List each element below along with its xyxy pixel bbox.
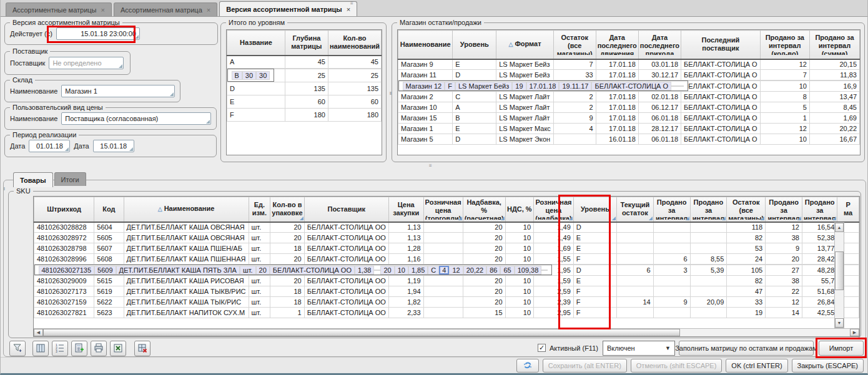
table-row[interactable]: Магазин 9ELS Маркет Бейз717.01.1803.01.1… — [398, 59, 860, 70]
table-cell[interactable] — [690, 276, 727, 286]
table-cell[interactable]: D — [453, 134, 496, 145]
table-cell[interactable]: A — [453, 102, 496, 113]
table-cell[interactable]: 20 — [463, 297, 505, 308]
table-cell[interactable]: БЕЛЛАКТ-СТОЛИЦА ОО — [304, 222, 388, 233]
table-cell[interactable]: 51,68 — [802, 286, 837, 297]
table-cell[interactable]: 20 — [463, 243, 505, 254]
table-cell[interactable]: 9 — [653, 297, 690, 308]
table-row[interactable]: 48102630271595622ДЕТ.ПИТ.БЕЛЛАКТ КАША ТЫ… — [34, 297, 859, 308]
table-cell[interactable]: 30 — [242, 71, 256, 80]
column-header[interactable]: Розничная цена (торговли) — [423, 197, 463, 222]
table-cell[interactable]: Магазин 15 — [398, 113, 453, 124]
table-cell[interactable]: 4810263029009 — [34, 276, 94, 286]
table-cell[interactable]: A — [227, 56, 285, 69]
table-cell[interactable]: 3 — [653, 265, 690, 276]
table-cell[interactable]: 1 — [270, 308, 304, 318]
table-cell[interactable]: 15 — [463, 308, 505, 318]
table-cell[interactable] — [423, 254, 463, 265]
table-cell[interactable]: 19 — [512, 82, 526, 90]
table-cell[interactable]: 10 — [505, 233, 533, 243]
table-cell[interactable]: БЕЛЛАКТ-СТОЛИЦА О — [681, 81, 761, 92]
table-cell[interactable]: 6 — [653, 254, 690, 265]
table-cell[interactable]: 8 — [760, 92, 809, 102]
table-row[interactable]: 48102630289965608ДЕТ.ПИТ.БЕЛЛАКТ КАША ПШ… — [34, 254, 859, 265]
table-cell[interactable]: LS Маркет Макс — [496, 124, 554, 134]
column-header[interactable]: Продано за интервал — [802, 197, 837, 222]
table-cell[interactable]: 48,28 — [802, 265, 837, 276]
table-cell[interactable]: 20 — [463, 222, 505, 233]
table-cell[interactable]: 1,85 — [408, 266, 428, 275]
table-cell[interactable]: БЕЛЛАКТ-СТОЛИЦА ОО — [304, 286, 388, 297]
table-cell[interactable]: 30 — [256, 71, 270, 80]
table-cell[interactable]: 2,59 — [534, 286, 574, 297]
table-cell[interactable] — [653, 286, 690, 297]
table-cell[interactable]: 28,42 — [802, 254, 837, 265]
table-cell[interactable]: БЕЛЛАКТ-СТОЛИЦА ОО — [304, 297, 388, 308]
table-row[interactable]: E6060 — [227, 95, 382, 109]
column-header[interactable]: Штрихкод — [34, 197, 94, 222]
table-cell[interactable] — [653, 276, 690, 286]
ok-button[interactable]: OK (ctrl ENTER) — [726, 359, 787, 373]
table-row[interactable]: Магазин 5DLS Маркет Экон16.01.1806.01.18… — [398, 134, 860, 145]
table-cell[interactable]: 5609 — [94, 266, 116, 275]
table-cell[interactable]: 33 — [553, 70, 596, 80]
table-cell[interactable] — [653, 233, 690, 243]
table-cell[interactable]: E — [573, 243, 616, 254]
table-cell[interactable]: 6 — [617, 265, 654, 276]
table-cell[interactable]: 8,55 — [690, 254, 727, 265]
table-cell[interactable]: 60 — [328, 95, 381, 109]
table-cell[interactable]: ДЕТ.ПИТ.БЕЛЛАКТ НАПИТОК СУХ.М — [124, 308, 249, 318]
table-cell[interactable] — [553, 134, 596, 145]
table-cell[interactable]: БЕЛЛАКТ-СТОЛИЦА ОО — [304, 233, 388, 243]
column-header[interactable]: Продано за интервал (сумма) — [809, 31, 859, 59]
table-cell[interactable]: 4810263027159 — [34, 297, 94, 308]
table-cell[interactable]: E — [573, 233, 616, 243]
table-cell[interactable]: 82 — [727, 276, 766, 286]
table-cell[interactable]: E — [573, 276, 616, 286]
calculator-button[interactable] — [71, 341, 87, 356]
table-cell[interactable] — [690, 222, 727, 233]
table-cell[interactable]: 20 — [463, 254, 505, 265]
table-row[interactable]: Магазин 12FLS Маркет Бейз1917.01.1819.11… — [398, 80, 688, 91]
table-cell[interactable]: 13,77 — [802, 243, 837, 254]
column-header[interactable]: Кол-во наименований — [328, 31, 381, 56]
table-cell[interactable]: C — [428, 266, 439, 275]
column-header[interactable]: Надбавка, % (расчетная) — [463, 197, 505, 222]
table-cell[interactable]: БЕЛЛАКТ-СТОЛИЦА О — [681, 92, 761, 102]
table-cell[interactable]: 4810263027821 — [34, 308, 94, 318]
table-row[interactable]: Магазин 2CLS Маркет Лайт217.01.1802.01.1… — [398, 92, 860, 102]
table-cell[interactable]: 1,69 — [534, 243, 574, 254]
table-cell[interactable]: 17.01.18 — [596, 124, 638, 134]
table-cell[interactable]: 4810263028996 — [34, 254, 94, 265]
table-cell[interactable] — [690, 243, 727, 254]
table-cell[interactable]: 20 — [463, 286, 505, 297]
close-icon[interactable]: × — [101, 6, 105, 14]
table-row[interactable]: D135135 — [227, 82, 382, 95]
table-cell[interactable] — [423, 233, 463, 243]
table-cell[interactable]: D — [453, 70, 496, 80]
table-cell[interactable]: ДЕТ.ПИТ.БЕЛЛАКТ КАША ПЯТЬ ЗЛА — [116, 266, 240, 275]
table-cell[interactable]: 17.01.18 — [596, 70, 638, 80]
table-cell[interactable]: 06.01.18 — [638, 113, 681, 124]
column-header[interactable]: Продано за интервал — [690, 197, 727, 222]
table-cell[interactable]: 12 — [760, 59, 809, 70]
table-cell[interactable]: F — [445, 82, 455, 90]
column-header[interactable]: Кол-во в упаковке — [270, 197, 304, 222]
table-cell[interactable]: 10 — [505, 308, 533, 318]
column-header[interactable]: Глубина матрицы — [285, 31, 328, 56]
table-cell[interactable]: 27 — [766, 265, 802, 276]
table-cell[interactable]: 20 — [766, 254, 802, 265]
table-cell[interactable]: 10 — [505, 243, 533, 254]
table-cell[interactable]: 9 — [553, 113, 596, 124]
table-cell[interactable] — [617, 222, 654, 233]
table-cell[interactable]: 47 — [727, 286, 766, 297]
table-cell[interactable]: БЕЛЛАКТ-СТОЛИЦА ОО — [304, 308, 388, 318]
column-header[interactable]: НДС, % — [505, 197, 533, 222]
table-cell[interactable]: 1,13 — [388, 233, 423, 243]
table-cell[interactable]: шт. — [249, 222, 270, 233]
table-cell[interactable] — [617, 233, 654, 243]
table-cell[interactable]: 18 — [270, 243, 304, 254]
table-cell[interactable]: 55,7 — [802, 276, 837, 286]
table-cell[interactable]: ДЕТ.ПИТ.БЕЛЛАКТ КАША ПШЕН/АБ — [124, 243, 249, 254]
table-cell[interactable]: LS Маркет Лайт — [496, 113, 554, 124]
